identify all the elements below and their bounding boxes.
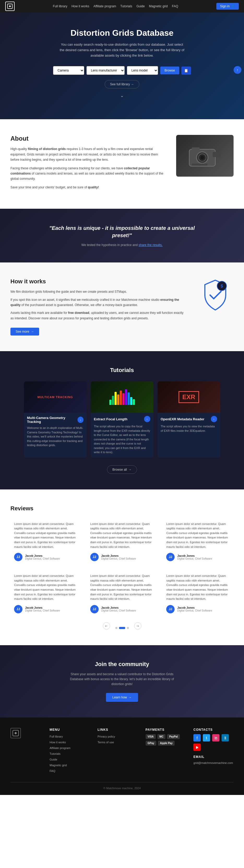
carousel-arrows: ← → <box>10 622 234 629</box>
full-library-button[interactable]: See full library → <box>105 80 139 88</box>
review-card: Lorem ipsum dolor sit amet consectetur. … <box>87 518 158 565</box>
about-para1: High-quality filming of distortion grids… <box>10 146 166 162</box>
nav-tutorials[interactable]: Tutorials <box>120 4 132 8</box>
footer-link-how-it-works[interactable]: How it works <box>50 741 66 744</box>
hero-section: Distortion Grids Database You can easily… <box>0 12 244 119</box>
reviewer: JJ Jacob Jones Digital Genius, Chief Sof… <box>90 605 154 613</box>
footer-email-address: grid@matchmovemachine.com <box>193 761 234 765</box>
nav-full-library[interactable]: Full library <box>53 4 67 8</box>
reviewer-role: Digital Genius, Chief Software <box>101 609 136 612</box>
svg-point-4 <box>201 156 204 159</box>
social-instagram-link[interactable]: in <box>212 734 219 741</box>
carousel-dots <box>115 626 129 629</box>
nav-guide[interactable]: Guide <box>136 4 145 8</box>
tutorial-title: OpenEXR Metadata Reader <box>161 417 205 421</box>
scroll-top-button[interactable]: ↑ <box>234 66 241 74</box>
reviewer-role: Digital Genius, Chief Software <box>101 557 136 560</box>
browse-icon-button[interactable]: 📋 <box>181 66 191 74</box>
hero-title: Distortion Grids Database <box>5 28 239 38</box>
join-description: Share your assets and become a valued co… <box>70 672 174 687</box>
join-title: Join the community <box>10 661 234 668</box>
footer-link-magnetic-grid[interactable]: Magnetic grid <box>50 764 67 767</box>
carousel-prev-button[interactable]: ← <box>103 622 110 629</box>
about-para3: Save your time and your clients' budget,… <box>10 185 166 190</box>
social-facebook-link[interactable]: f <box>193 734 201 741</box>
quote-text: "Each lens is unique - it is impossible … <box>44 224 201 239</box>
svg-text:$: $ <box>221 284 223 288</box>
nav-how-it-works[interactable]: How it works <box>71 4 89 8</box>
reviewer-name: Jacob Jones <box>101 606 136 609</box>
carousel-dot-active <box>119 627 125 629</box>
footer-payments-col: PAYMENTS VISA MC PayPal GPay Apple Pay <box>146 728 186 774</box>
camera-select[interactable]: Camera <box>53 66 84 75</box>
see-more-button[interactable]: See more → <box>10 328 39 336</box>
review-card: Lorem ipsum dolor sit amet consectetur. … <box>10 518 82 565</box>
reviewer: JJ Jacob Jones Digital Genius, Chief Sof… <box>166 605 230 613</box>
tutorials-title: Tutorials <box>10 367 234 374</box>
chevron-down-icon: ⌄ <box>5 93 239 98</box>
learn-how-button[interactable]: Learn how → <box>106 693 138 702</box>
social-icons: f t in li ▶ <box>193 734 234 751</box>
reviewer: JJ Jacob Jones Digital Genius, Chief Sof… <box>14 553 78 561</box>
footer-link-tutorials[interactable]: Tutorials <box>50 752 61 755</box>
lens-model-select[interactable]: Lens model <box>127 66 158 75</box>
lens-manufacturer-select[interactable]: Lens manufacturer <box>86 66 125 75</box>
browse-all-button[interactable]: Browse all → <box>107 465 137 474</box>
arrow-right-icon: → <box>129 695 132 699</box>
quote-section: "Each lens is unique - it is impossible … <box>0 209 244 262</box>
footer-contacts-col: CONTACTS f t in li ▶ EMAIL grid@matchmov… <box>193 728 234 774</box>
svg-rect-5 <box>213 152 220 157</box>
payment-paypal: PayPal <box>167 734 180 739</box>
join-section: Join the community Share your assets and… <box>0 645 244 718</box>
reviewer-role: Digital Genius, Chief Software <box>25 609 60 612</box>
review-card: Lorem ipsum dolor sit amet consectetur. … <box>162 518 234 565</box>
nav-links: Full library How it works Affiliate prog… <box>53 4 178 8</box>
about-image <box>176 135 234 177</box>
avatar: JJ <box>14 553 23 561</box>
avatar: JJ <box>90 605 99 613</box>
tutorial-title: Extract Focal Length <box>94 417 128 421</box>
user-icon: 👤 <box>231 4 235 8</box>
carousel-next-button[interactable]: → <box>134 622 142 629</box>
footer-link-guide[interactable]: Guide <box>50 758 57 761</box>
nav-magnetic-grid[interactable]: Magnetic grid <box>149 4 168 8</box>
payment-icons: VISA MC PayPal GPay Apple Pay <box>146 734 186 746</box>
quote-link[interactable]: share the results. <box>139 243 162 247</box>
tutorial-download-button[interactable]: ↓ <box>211 416 217 422</box>
reviewer-role: Digital Genius, Chief Software <box>177 557 212 560</box>
footer-privacy-policy[interactable]: Privacy policy <box>98 735 115 738</box>
footer-terms-of-use[interactable]: Terms of use <box>98 741 114 744</box>
tutorial-download-button[interactable]: ↓ <box>144 416 150 422</box>
footer-link-full-library[interactable]: Full library <box>50 735 63 738</box>
browse-button[interactable]: Browse <box>160 66 179 74</box>
logo-icon <box>5 2 14 11</box>
avatar: JJ <box>14 605 23 613</box>
review-card: Lorem ipsum dolor sit amet consectetur. … <box>10 570 82 617</box>
review-card: Lorem ipsum dolor sit amet consectetur. … <box>87 570 158 617</box>
footer-payments-title: PAYMENTS <box>146 728 186 732</box>
reviewer-name: Jacob Jones <box>25 606 60 609</box>
social-youtube-link[interactable]: ▶ <box>193 744 201 751</box>
tutorial-card: Extract Focal Length ↓ The script allows… <box>91 381 153 458</box>
nav-faq[interactable]: FAQ <box>172 4 178 8</box>
tutorial-thumbnail: MULTICAM TRACKING <box>24 381 87 413</box>
tutorials-section: Tutorials MULTICAM TRACKING Multi-Camera… <box>0 351 244 490</box>
footer-menu-col: MENU Full library How it works Affiliate… <box>50 728 90 774</box>
tutorial-description: The script allows you to copy the focal … <box>94 424 150 455</box>
footer-logo <box>10 728 42 774</box>
social-twitter-link[interactable]: t <box>203 734 210 741</box>
social-linkedin-link[interactable]: li <box>221 734 229 741</box>
footer-link-affiliate[interactable]: Affiliate program <box>50 746 70 749</box>
tutorial-download-button[interactable]: ↓ <box>78 417 84 423</box>
about-section: About High-quality filming of distortion… <box>0 119 244 209</box>
reviewer: JJ Jacob Jones Digital Genius, Chief Sof… <box>14 605 78 613</box>
footer-logo-icon <box>10 728 21 738</box>
footer-link-faq[interactable]: FAQ <box>50 769 55 773</box>
nav-affiliate[interactable]: Affiliate program <box>93 4 116 8</box>
review-text: Lorem ipsum dolor sit amet consectetur. … <box>14 574 78 601</box>
reviewer-role: Digital Genius, Chief Software <box>177 609 212 612</box>
tutorial-description: Welcome to an in-depth exploration of Mu… <box>27 426 84 447</box>
about-title: About <box>10 135 166 142</box>
signin-button[interactable]: Sign in 👤 <box>216 3 239 10</box>
tutorial-card: MULTICAM TRACKING Multi-Camera Geometry … <box>24 381 87 458</box>
